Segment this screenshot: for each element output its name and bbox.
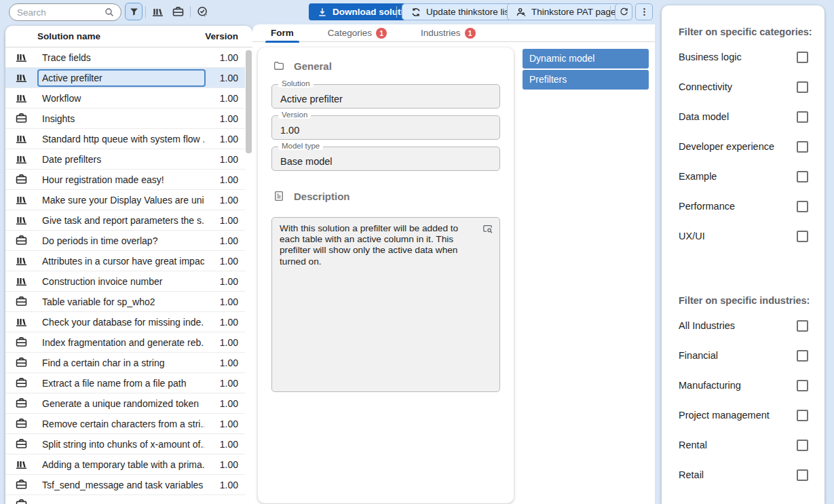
version-field-value: 1.00 (280, 125, 299, 136)
solution-name-cell[interactable]: Extract a file name from a file path (37, 374, 206, 392)
model-type-field-label: Model type (278, 142, 323, 150)
solution-row[interactable]: Table variable for sp_who21.00 (5, 292, 245, 312)
update-thinkstore-button[interactable]: Update thinkstore list (402, 3, 520, 20)
solution-name-cell[interactable]: Split string into chunks of x-amount of.… (37, 435, 206, 453)
solution-row[interactable]: Workflow1.00 (5, 88, 245, 109)
column-header-version[interactable]: Version (205, 31, 252, 41)
solution-row[interactable]: Give task and report parameters the s...… (5, 210, 245, 231)
solution-version: 1.00 (210, 93, 245, 104)
solution-row[interactable]: Index fragmentation and generate reb...1… (5, 332, 245, 353)
validated-filter-button[interactable] (193, 3, 211, 20)
column-header-solution-name[interactable]: Solution name (37, 31, 205, 41)
solution-name-cell[interactable]: Trace fields (37, 49, 206, 66)
solution-name-cell[interactable]: Do periods in time overlap? (37, 232, 206, 250)
solution-name-cell[interactable]: Workflow (37, 90, 206, 107)
solution-row[interactable]: Extract a file name from a file path1.00 (5, 373, 245, 393)
solution-name: Workflow (42, 93, 81, 104)
solution-row[interactable]: Hour registration made easy!1.00 (5, 170, 245, 190)
solution-name-cell[interactable]: Adding a temporary table with a prima... (37, 456, 206, 473)
toolbar-separator (190, 6, 191, 18)
tab-industries[interactable]: Industries1 (417, 24, 480, 42)
solution-row[interactable]: Adding a temporary table with a prima...… (5, 454, 245, 475)
more-options-button[interactable] (635, 3, 653, 20)
category-filter-checkbox-ux-ui[interactable] (797, 231, 808, 242)
tab-categories[interactable]: Categories1 (324, 24, 391, 42)
search-box[interactable] (9, 3, 121, 21)
category-filter-checkbox-performance[interactable] (797, 201, 808, 212)
solution-row[interactable]: Trace fields1.00 (5, 47, 245, 68)
solution-form-card: General Solution Active prefilter Versio… (258, 47, 514, 503)
solution-name-cell[interactable]: Standard http queue with system flow ... (37, 130, 206, 148)
refresh-button[interactable] (615, 3, 632, 20)
category-filter-checkbox-business-logic[interactable] (797, 52, 808, 63)
solution-row[interactable]: Tsf_send_message and task variables1.00 (5, 475, 245, 495)
solution-name-cell[interactable]: Check your database for missing inde... (37, 313, 206, 331)
industry-filter-checkbox-rental[interactable] (797, 440, 808, 451)
assigned-item-dynamic-model[interactable]: Dynamic model (523, 49, 649, 69)
category-filter-checkbox-example[interactable] (797, 171, 808, 182)
solution-row[interactable]: Make sure your Display Values are uni...… (5, 190, 245, 210)
solution-name-cell[interactable]: Index fragmentation and generate reb... (37, 334, 206, 351)
solution-name-cell[interactable]: Tsf_send_message and task variables (37, 476, 206, 494)
dynamic-model-filter-button[interactable] (149, 3, 166, 20)
solution-name-cell[interactable]: Generate a unique randomized token (37, 395, 206, 412)
industry-filter-checkbox-project-management[interactable] (797, 410, 808, 421)
solution-row[interactable]: Find a certain char in a string1.00 (5, 353, 245, 373)
expand-field-icon[interactable] (482, 223, 493, 235)
solution-row[interactable]: Standard http queue with system flow ...… (5, 129, 245, 149)
search-input[interactable] (17, 7, 104, 18)
solution-name-cell[interactable]: Attributes in a cursor have great impact (37, 252, 206, 270)
tab-form[interactable]: Form (267, 24, 298, 42)
solution-name-cell[interactable]: Give task and report parameters the s... (37, 212, 206, 229)
solution-name: Construction invoice number (42, 276, 162, 287)
dynamic-model-icon (5, 214, 37, 227)
solution-name-cell[interactable]: Active prefilter (37, 69, 206, 87)
solution-row[interactable]: Date prefilters1.00 (5, 149, 245, 170)
solution-row[interactable]: Active prefilter1.00 (5, 68, 245, 88)
detail-panel: FormCategories1Industries1 General Solut… (252, 24, 655, 504)
solution-name-cell[interactable]: Insights (37, 110, 206, 128)
industry-filter-checkbox-manufacturing[interactable] (797, 380, 808, 391)
thinkstore-pat-button[interactable]: Thinkstore PAT page (507, 3, 625, 20)
general-section-header: General (273, 60, 332, 72)
solution-name-cell[interactable]: Remove certain characters from a stri... (37, 415, 206, 433)
solution-name-cell[interactable]: Make sure your Display Values are uni... (37, 191, 206, 209)
thinkstore-pat-label: Thinkstore PAT page (531, 7, 616, 17)
solution-row[interactable]: Attributes in a cursor have great impact… (5, 251, 245, 271)
solution-row[interactable]: Generate a unique randomized token1.00 (5, 393, 245, 414)
assigned-item-prefilters[interactable]: Prefilters (523, 70, 649, 90)
solution-row[interactable]: Construction invoice number1.00 (5, 271, 245, 292)
description-textarea[interactable]: With this solution a prefilter will be a… (271, 217, 500, 392)
solution-row[interactable]: Check your database for missing inde...1… (5, 312, 245, 332)
solution-name: Active prefilter (42, 73, 102, 83)
solution-name-cell[interactable]: Hour registration made easy! (37, 171, 206, 189)
industry-filter-checkbox-financial[interactable] (797, 350, 808, 362)
list-scrollbar-thumb[interactable] (246, 50, 252, 153)
category-filter-checkbox-connectivity[interactable] (797, 81, 808, 93)
solution-name-cell[interactable] (37, 495, 206, 504)
solution-row[interactable] (5, 495, 245, 504)
solution-version: 1.00 (210, 134, 245, 144)
solution-row[interactable]: Do periods in time overlap?1.00 (5, 231, 245, 251)
solution-name-cell[interactable]: Construction invoice number (37, 273, 206, 290)
industry-filter-row: Financial (679, 341, 808, 370)
solution-row[interactable]: Insights1.00 (5, 109, 245, 129)
solution-name-cell[interactable]: Date prefilters (37, 151, 206, 168)
filter-button[interactable] (125, 3, 143, 20)
category-filter-checkbox-developer-experience[interactable] (797, 141, 808, 153)
base-model-filter-button[interactable] (169, 3, 187, 20)
category-filter-row: Connectivity (679, 72, 808, 102)
category-filter-checkbox-data-model[interactable] (797, 111, 808, 123)
solution-name-cell[interactable]: Find a certain char in a string (37, 354, 206, 372)
solution-row[interactable]: Split string into chunks of x-amount of.… (5, 434, 245, 454)
solution-name: Generate a unique randomized token (42, 398, 199, 409)
industry-filter-checkbox-all-industries[interactable] (797, 320, 808, 332)
solution-name-cell[interactable]: Table variable for sp_who2 (37, 293, 206, 311)
solution-row[interactable]: Remove certain characters from a stri...… (5, 414, 245, 434)
solution-name: Standard http queue with system flow ... (42, 134, 206, 144)
version-field[interactable]: Version 1.00 (271, 115, 500, 140)
base-model-icon (5, 376, 37, 389)
industry-filter-checkbox-retail[interactable] (797, 469, 808, 481)
solution-field[interactable]: Solution Active prefilter (271, 84, 500, 109)
model-type-field[interactable]: Model type Base model (271, 147, 500, 171)
